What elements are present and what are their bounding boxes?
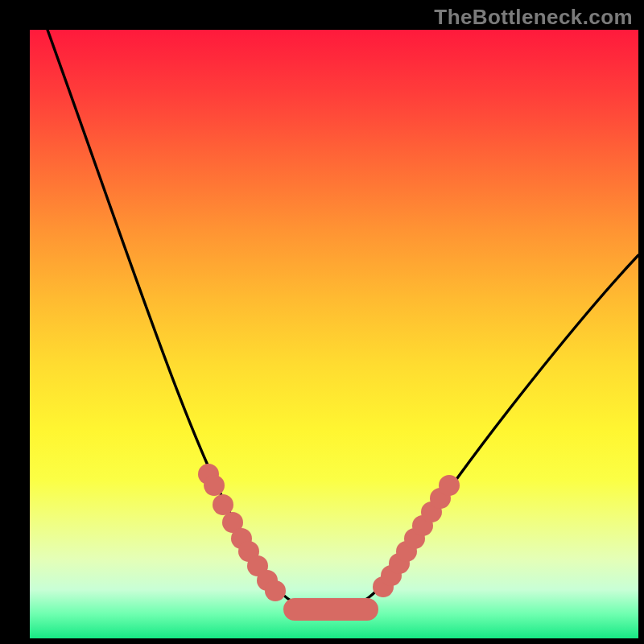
canvas-frame: TheBottleneck.com	[0, 0, 644, 644]
flat-marker	[283, 598, 378, 621]
marker-dot	[439, 475, 460, 496]
markers-right	[373, 475, 460, 597]
markers-left	[198, 464, 286, 601]
curve-svg	[30, 30, 638, 638]
bottleneck-curve-path	[47, 30, 638, 609]
marker-dot	[213, 494, 233, 515]
marker-dot	[265, 580, 286, 601]
watermark-text: TheBottleneck.com	[434, 5, 633, 30]
plot-area	[30, 30, 638, 638]
marker-dot	[204, 475, 225, 496]
